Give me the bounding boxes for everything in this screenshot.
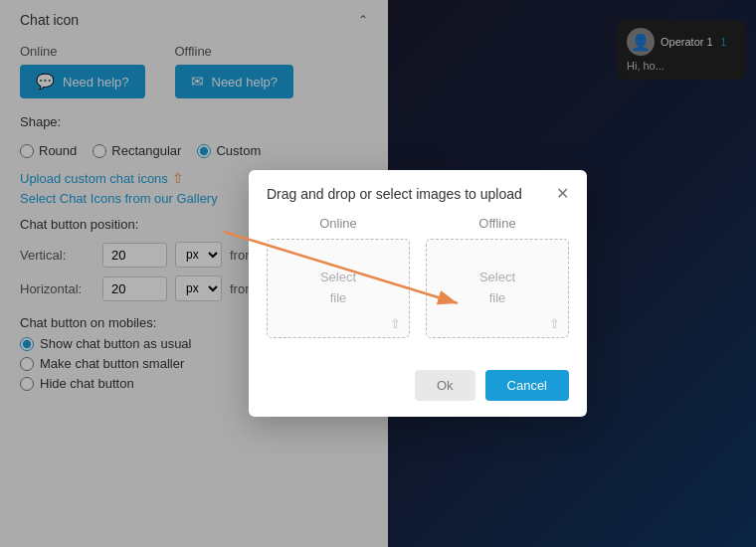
modal-body: Online Selectfile ⇧ Offline Selectfile ⇧ (249, 212, 587, 370)
offline-upload-label: Offline (478, 216, 515, 231)
ok-button[interactable]: Ok (415, 370, 475, 401)
modal-close-button[interactable]: ✕ (556, 186, 569, 202)
main-container: Chat icon ⌃ Online 💬 Need help? Offline … (0, 0, 756, 547)
offline-dropzone[interactable]: Selectfile ⇧ (426, 239, 569, 338)
online-upload-col: Online Selectfile ⇧ (267, 216, 410, 338)
modal-title: Drag and drop or select images to upload (267, 186, 522, 202)
offline-dropzone-text: Selectfile (479, 268, 515, 309)
modal-overlay: Drag and drop or select images to upload… (0, 0, 756, 547)
cancel-button[interactable]: Cancel (485, 370, 569, 401)
modal-header: Drag and drop or select images to upload… (249, 170, 587, 212)
offline-upload-icon: ⇧ (549, 316, 560, 331)
online-upload-label: Online (319, 216, 357, 231)
upload-columns: Online Selectfile ⇧ Offline Selectfile ⇧ (267, 216, 569, 338)
upload-modal: Drag and drop or select images to upload… (249, 170, 587, 417)
online-dropzone-text: Selectfile (320, 268, 356, 309)
modal-footer: Ok Cancel (249, 370, 587, 417)
online-dropzone[interactable]: Selectfile ⇧ (267, 239, 410, 338)
online-upload-icon: ⇧ (390, 316, 401, 331)
offline-upload-col: Offline Selectfile ⇧ (426, 216, 569, 338)
